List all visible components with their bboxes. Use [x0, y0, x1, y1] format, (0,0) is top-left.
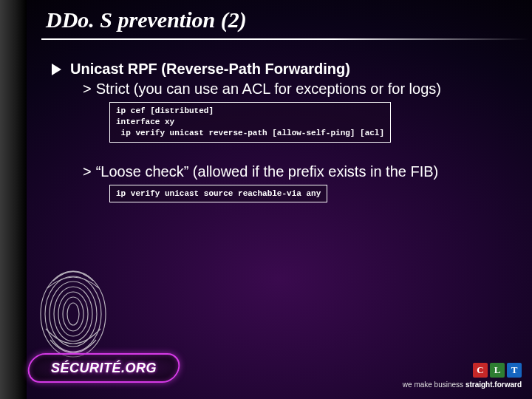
bullet-text: “Loose check” (allowed if the prefix exi…	[96, 163, 439, 180]
bullet-heading: Unicast RPF (Reverse-Path Forwarding)	[70, 61, 350, 78]
slide-body: DDo. S prevention (2) Unicast RPF (Rever…	[27, 0, 532, 399]
securite-org-logo: SÉCURITÉ.ORG	[28, 353, 180, 383]
bullet-l1: Unicast RPF (Reverse-Path Forwarding)	[52, 61, 525, 78]
title-rule	[41, 38, 529, 40]
svg-point-5	[63, 297, 83, 331]
logo-label: SÉCURITÉ.ORG	[28, 361, 180, 376]
sidebar: BLACK HAT - AMSTERDAM 2001	[0, 0, 27, 399]
svg-point-0	[41, 271, 106, 357]
block-t: T	[507, 363, 522, 378]
block-l: L	[490, 363, 505, 378]
svg-point-6	[67, 303, 79, 325]
svg-point-3	[54, 287, 92, 341]
bullet-l2: > Strict (you can use an ACL for excepti…	[83, 81, 525, 98]
fingerprint-icon	[33, 259, 114, 362]
arrow-icon	[52, 64, 61, 75]
slide-content: Unicast RPF (Reverse-Path Forwarding) > …	[52, 61, 525, 202]
block-c: C	[473, 363, 488, 378]
chevron-icon: >	[83, 81, 92, 98]
bullet-text: Strict (you can use an ACL for exception…	[96, 81, 441, 98]
clt-blocks: C L T	[403, 363, 522, 378]
brand-tagline: we make business straight.forward	[403, 381, 522, 389]
brand-footer: C L T we make business straight.forward	[403, 363, 522, 389]
code-block: ip verify unicast source reachable-via a…	[109, 185, 327, 203]
slide-title: DDo. S prevention (2)	[46, 7, 247, 33]
code-block: ip cef [distributed] interface xy ip ver…	[109, 102, 391, 143]
svg-point-2	[50, 282, 97, 347]
sidebar-conference-label: BLACK HAT - AMSTERDAM 2001	[0, 183, 1, 393]
bullet-l2: > “Loose check” (allowed if the prefix e…	[83, 163, 525, 180]
chevron-icon: >	[83, 163, 92, 180]
